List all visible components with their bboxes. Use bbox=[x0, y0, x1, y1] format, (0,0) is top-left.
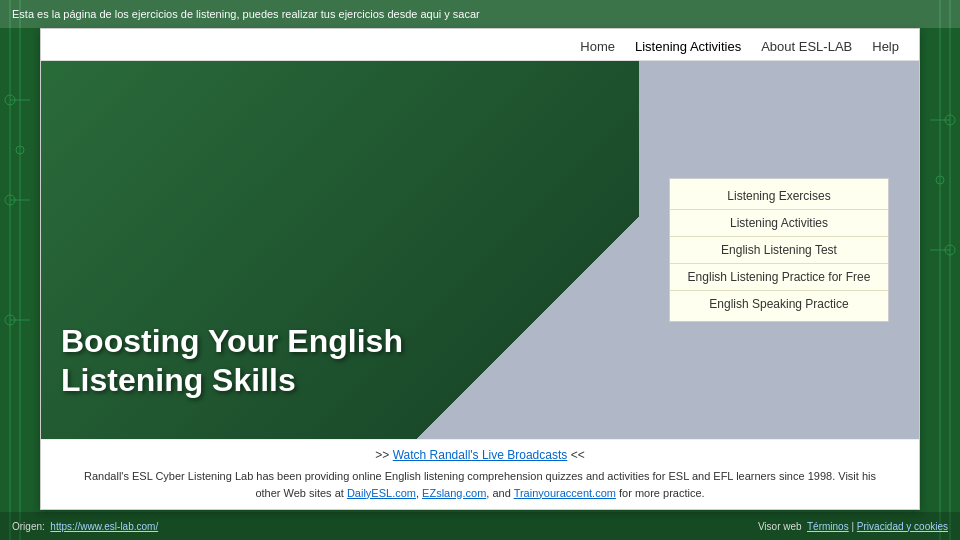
nav-wrapper: RANDALL'S ESL CYBER LISTENING LAB Home L… bbox=[41, 29, 919, 61]
visor-text: Visor web Términos | Privacidad y cookie… bbox=[758, 521, 948, 532]
nav-about[interactable]: About ESL-LAB bbox=[761, 39, 852, 54]
desc-end: for more practice. bbox=[616, 487, 705, 499]
nav-links: Home Listening Activities About ESL-LAB … bbox=[580, 39, 899, 54]
dropdown-item-3[interactable]: English Listening Practice for Free bbox=[670, 264, 888, 291]
terminos-link[interactable]: Términos bbox=[807, 521, 849, 532]
dropdown-item-1[interactable]: Listening Activities bbox=[670, 210, 888, 237]
annotation-bar: Esta es la página de los ejercicios de l… bbox=[0, 0, 960, 28]
status-bar: Origen: https://www.esl-lab.com/ Visor w… bbox=[0, 512, 960, 540]
dropdown-item-4[interactable]: English Speaking Practice bbox=[670, 291, 888, 317]
origin-text: Origen: https://www.esl-lab.com/ bbox=[12, 521, 158, 532]
hero-title: Boosting Your English Listening Skills bbox=[61, 322, 441, 399]
bottom-section: >> Watch Randall's Live Broadcasts << Ra… bbox=[41, 439, 919, 509]
broadcast-prefix: >> bbox=[375, 448, 392, 462]
dropdown-item-2[interactable]: English Listening Test bbox=[670, 237, 888, 264]
privacidad-link[interactable]: Privacidad y cookies bbox=[857, 521, 948, 532]
nav-listening-activities[interactable]: Listening Activities bbox=[635, 39, 741, 54]
nav-home[interactable]: Home bbox=[580, 39, 615, 54]
broadcast-suffix: << bbox=[567, 448, 584, 462]
origin-url[interactable]: https://www.esl-lab.com/ bbox=[50, 521, 158, 532]
browser-frame: RANDALL'S ESL CYBER LISTENING LAB Home L… bbox=[40, 28, 920, 510]
dropdown-item-0[interactable]: Listening Exercises bbox=[670, 183, 888, 210]
nav-help[interactable]: Help bbox=[872, 39, 899, 54]
broadcast-link[interactable]: Watch Randall's Live Broadcasts bbox=[393, 448, 568, 462]
description-text: Randall's ESL Cyber Listening Lab has be… bbox=[80, 468, 880, 501]
annotation-text: Esta es la página de los ejercicios de l… bbox=[12, 8, 480, 20]
broadcast-line: >> Watch Randall's Live Broadcasts << bbox=[61, 448, 899, 462]
daily-esl-link[interactable]: DailyESL.com bbox=[347, 487, 416, 499]
ezslang-link[interactable]: EZslang.com bbox=[422, 487, 486, 499]
trainyouraccent-link[interactable]: Trainyouraccent.com bbox=[514, 487, 616, 499]
hero-section: Boosting Your English Listening Skills L… bbox=[41, 61, 919, 439]
hero-left: Boosting Your English Listening Skills bbox=[41, 61, 639, 439]
hero-right: Listening Exercises Listening Activities… bbox=[639, 61, 919, 439]
dropdown-menu: Listening Exercises Listening Activities… bbox=[669, 178, 889, 322]
